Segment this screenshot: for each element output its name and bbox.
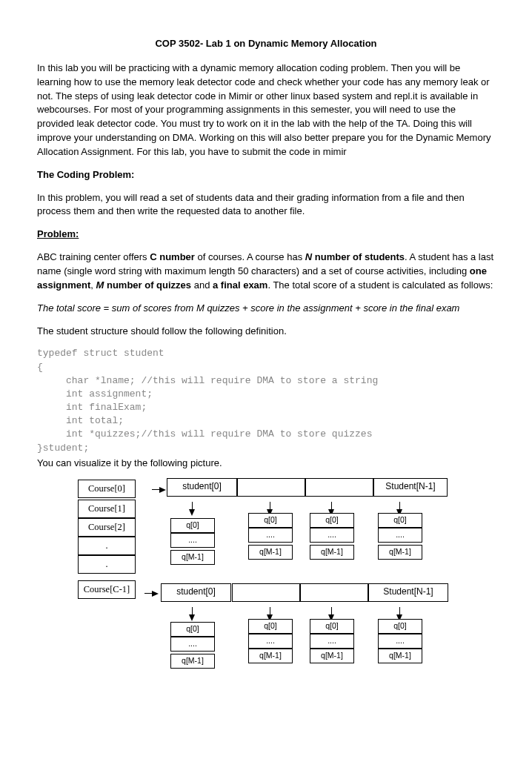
quiz-cell: q[M-1] [170, 550, 215, 565]
code-block: typedef struct student { char *lname; //… [37, 347, 495, 455]
course-cell: Course[1] [78, 500, 136, 518]
arrow-icon [189, 509, 195, 516]
problem-paragraph: ABC training center offers C number of c… [37, 251, 495, 293]
course-cell: . [78, 537, 136, 555]
quiz-cell: .... [170, 637, 215, 652]
quiz-cell: q[M-1] [378, 545, 422, 560]
course-cell: Course[0] [78, 480, 136, 498]
quiz-cell: q[0] [378, 513, 422, 528]
coding-paragraph: In this problem, you will read a set of … [37, 191, 495, 219]
struct-intro: The student structure should follow the … [37, 325, 495, 339]
student-cell: Student[N-1] [373, 478, 448, 497]
quiz-cell: q[0] [248, 619, 293, 634]
quiz-cell: q[0] [248, 513, 293, 528]
quiz-cell: .... [310, 634, 354, 649]
student-cell [237, 478, 305, 497]
quiz-cell: q[M-1] [310, 545, 354, 560]
student-cell [305, 478, 373, 497]
quiz-cell: .... [248, 634, 293, 649]
visualize-caption: You can visualize it by the following pi… [37, 457, 495, 471]
quiz-cell: q[0] [170, 518, 215, 533]
student-cell: student[0] [167, 478, 237, 497]
student-cell [232, 583, 300, 602]
heading-coding-problem: The Coding Problem: [37, 168, 495, 182]
arrow-icon [159, 487, 166, 493]
quiz-cell: .... [310, 528, 354, 543]
quiz-cell: .... [170, 533, 215, 548]
student-cell: Student[N-1] [368, 583, 448, 602]
quiz-cell: .... [378, 634, 422, 649]
quiz-cell: q[0] [170, 622, 215, 637]
student-cell: student[0] [161, 583, 231, 602]
quiz-cell: q[M-1] [378, 649, 422, 663]
intro-paragraph: In this lab you will be practicing with … [37, 62, 495, 159]
diagram: Course[0] Course[1] Course[2] . . Course… [78, 480, 493, 759]
formula: The total score = sum of scores from M q… [37, 302, 495, 316]
course-cell: Course[C-1] [78, 580, 136, 599]
course-cell: Course[2] [78, 518, 136, 537]
quiz-cell: q[M-1] [170, 654, 215, 669]
quiz-cell: q[M-1] [310, 649, 354, 663]
quiz-cell: .... [248, 528, 293, 543]
quiz-cell: q[M-1] [248, 649, 293, 663]
page-title: COP 3502- Lab 1 on Dynamic Memory Alloca… [37, 37, 495, 51]
quiz-cell: q[0] [310, 513, 354, 528]
course-cell: . [78, 555, 136, 574]
heading-problem: Problem: [37, 228, 495, 242]
quiz-cell: q[M-1] [248, 545, 293, 560]
student-cell [300, 583, 368, 602]
arrow-icon [152, 591, 159, 597]
quiz-cell: q[0] [310, 619, 354, 634]
quiz-cell: .... [378, 528, 422, 543]
arrow-icon [189, 614, 195, 621]
quiz-cell: q[0] [378, 619, 422, 634]
